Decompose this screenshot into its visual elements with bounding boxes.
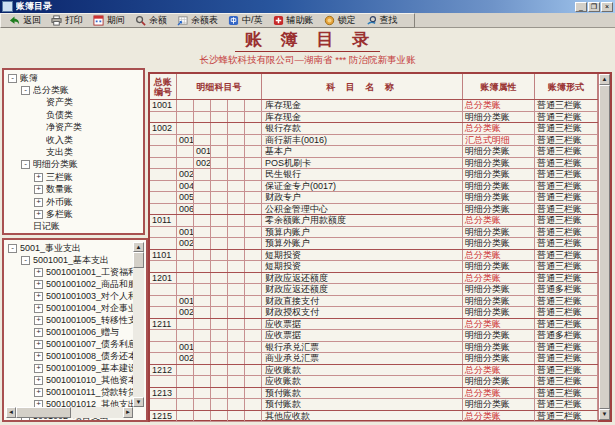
subject-tree-item[interactable]: -5001001_基本支出 — [6, 254, 133, 266]
scroll-up-icon[interactable]: ▲ — [133, 242, 144, 252]
toolbar-button-print[interactable]: 打印 — [47, 14, 89, 27]
subject-tree-item[interactable]: +5001001008_债务还本支 — [6, 350, 133, 362]
scroll-down-icon[interactable]: ▼ — [133, 397, 144, 407]
expand-icon[interactable]: + — [34, 210, 43, 219]
subject-tree-item[interactable]: -5001_事业支出 — [6, 242, 133, 254]
table-row[interactable]: 1212应收账款总分类账普通三栏账 — [150, 364, 598, 377]
table-row[interactable]: 001财政直接支付明细分类账普通三栏账 — [150, 296, 598, 308]
collapse-icon[interactable]: - — [21, 86, 30, 95]
minimize-button[interactable]: _ — [575, 2, 587, 12]
expand-icon[interactable]: + — [34, 280, 43, 289]
toolbar-button-back[interactable]: 返回 — [5, 14, 47, 27]
toolbar-button-period[interactable]: 期间 — [89, 14, 131, 27]
table-row[interactable]: 1011零余额账户用款额度总分类账普通三栏账 — [150, 214, 598, 227]
expand-icon[interactable]: + — [34, 198, 43, 207]
cell-ledger-no: 1213 — [150, 388, 177, 399]
book-tree-item[interactable]: 净资产类 — [6, 122, 143, 134]
table-vscroll-thumb[interactable] — [599, 85, 610, 409]
book-tree-item[interactable]: 负债类 — [6, 109, 143, 121]
book-tree-item[interactable]: -账簿 — [6, 72, 143, 84]
table-row[interactable]: 004保证金专户(0017)明细分类账普通三栏账 — [150, 181, 598, 193]
toolbar-button-balance[interactable]: 余额 — [131, 14, 173, 27]
book-tree-item[interactable]: +数量账 — [6, 184, 143, 196]
subject-tree-item[interactable]: +5001001006_赠与 — [6, 326, 133, 338]
subject-tree-item[interactable]: +5001001010_其他资本性 — [6, 374, 133, 386]
table-row[interactable]: 1215其他应收款总分类账普通三栏账 — [150, 410, 598, 423]
table-row[interactable]: 1001库存现金总分类账普通三栏账 — [150, 99, 598, 112]
collapse-icon[interactable]: - — [8, 244, 17, 253]
table-row[interactable]: 001银行承兑汇票明细分类账普通三栏账 — [150, 342, 598, 354]
table-row[interactable]: 002POS机刷卡明细分类账普通三栏账 — [150, 158, 598, 170]
expand-icon[interactable]: + — [34, 352, 43, 361]
table-row[interactable]: 005财政专户明细分类账普通三栏账 — [150, 192, 598, 204]
subject-tree-vscrollbar[interactable]: ▲ ▼ — [133, 242, 144, 407]
table-row[interactable]: 001基本户明细分类账普通三栏账 — [150, 146, 598, 158]
cell-book-form: 普通三栏账 — [535, 238, 598, 249]
cell-detail-no-3 — [211, 146, 228, 157]
toolbar-button-auxiliary[interactable]: 辅助账 — [269, 14, 320, 27]
expand-icon[interactable]: + — [34, 388, 43, 397]
book-tree-item[interactable]: -明细分类账 — [6, 159, 143, 171]
scroll-left-icon[interactable]: ◄ — [6, 407, 16, 418]
collapse-icon[interactable]: - — [8, 74, 17, 83]
table-row[interactable]: 001商行新丰(0016)汇总式明细普通三栏账 — [150, 135, 598, 147]
subject-tree-item[interactable]: +5001001007_债务利息支 — [6, 338, 133, 350]
cell-book-attr: 明细分类账 — [463, 227, 535, 238]
restore-button[interactable]: ❐ — [588, 2, 600, 12]
table-row[interactable]: 财政应返还额度明细分类账普通多栏账 — [150, 284, 598, 296]
hscroll-thumb[interactable] — [16, 407, 71, 418]
expand-icon[interactable]: + — [34, 364, 43, 373]
table-row[interactable]: 1101短期投资总分类账普通三栏账 — [150, 249, 598, 262]
table-row[interactable]: 1002银行存款总分类账普通三栏账 — [150, 122, 598, 135]
book-tree-item[interactable]: 收入类 — [6, 134, 143, 146]
table-row[interactable]: 001预算内账户明细分类账普通三栏账 — [150, 227, 598, 239]
expand-icon[interactable]: + — [34, 292, 43, 301]
subject-tree-item[interactable]: +5001001005_转移性支出 — [6, 314, 133, 326]
cell-detail-no-3 — [211, 135, 228, 146]
toolbar-button-cn-en[interactable]: 中/英 — [224, 14, 269, 27]
collapse-icon[interactable]: - — [21, 160, 30, 169]
toolbar-buttons: 返回打印期间余额余额表中/英辅助账锁定查找 — [0, 13, 415, 28]
toolbar-button-balance-sheet[interactable]: 余额表 — [173, 14, 224, 27]
book-tree-item[interactable]: -总分类账 — [6, 84, 143, 96]
book-tree-item[interactable]: 资产类 — [6, 97, 143, 109]
cell-detail-no-5 — [245, 135, 262, 146]
table-row[interactable]: 1213预付账款总分类账普通三栏账 — [150, 387, 598, 400]
book-tree-item[interactable]: +多栏账 — [6, 208, 143, 220]
book-tree-item[interactable]: +三栏账 — [6, 171, 143, 183]
vscroll-thumb[interactable] — [133, 252, 144, 268]
table-row[interactable]: 1211应收票据总分类账普通三栏账 — [150, 318, 598, 331]
expand-icon[interactable]: + — [34, 304, 43, 313]
table-row[interactable]: 1201财政应返还额度总分类账普通三栏账 — [150, 272, 598, 285]
expand-icon[interactable]: + — [34, 340, 43, 349]
subject-tree-item[interactable]: +5001001004_对企事业单 — [6, 302, 133, 314]
cell-detail-no-2 — [194, 319, 211, 330]
table-vscrollbar[interactable]: ▲ ▼ — [598, 74, 610, 420]
cell-detail-no-5 — [245, 330, 262, 341]
book-tree-item[interactable]: 日记账 — [6, 221, 143, 233]
toolbar-button-find[interactable]: 查找 — [362, 14, 404, 27]
subject-tree-item[interactable]: +5001001009_基本建设支 — [6, 362, 133, 374]
subject-tree-item[interactable]: +5001001002_商品和服务 — [6, 278, 133, 290]
tree-item-label: 5001_事业支出 — [20, 242, 81, 254]
scroll-right-icon[interactable]: ► — [123, 407, 133, 418]
table-scroll-down-icon[interactable]: ▼ — [599, 409, 610, 420]
expand-icon[interactable]: + — [34, 376, 43, 385]
expand-icon[interactable]: + — [34, 185, 43, 194]
table-row[interactable]: 应收票据明细分类账普通多栏账 — [150, 330, 598, 342]
subject-tree-item[interactable]: +5001001003_对个人和家 — [6, 290, 133, 302]
expand-icon[interactable]: + — [34, 268, 43, 277]
expand-icon[interactable]: + — [34, 173, 43, 182]
expand-icon[interactable]: + — [34, 316, 43, 325]
table-row[interactable]: 002民生银行明细分类账普通三栏账 — [150, 169, 598, 181]
toolbar-button-lock[interactable]: 锁定 — [320, 14, 362, 27]
expand-icon[interactable]: + — [34, 328, 43, 337]
subject-tree-item[interactable]: +5001001011_贷款转贷及 — [6, 386, 133, 398]
book-tree-item[interactable]: 支出类 — [6, 146, 143, 158]
close-button[interactable]: × — [601, 2, 613, 12]
book-tree-item[interactable]: +外币账 — [6, 196, 143, 208]
subject-tree-hscrollbar[interactable]: ◄ ► — [6, 407, 133, 418]
subject-tree-item[interactable]: +5001001001_工资福利支 — [6, 266, 133, 278]
collapse-icon[interactable]: - — [21, 256, 30, 265]
table-scroll-up-icon[interactable]: ▲ — [599, 74, 610, 85]
